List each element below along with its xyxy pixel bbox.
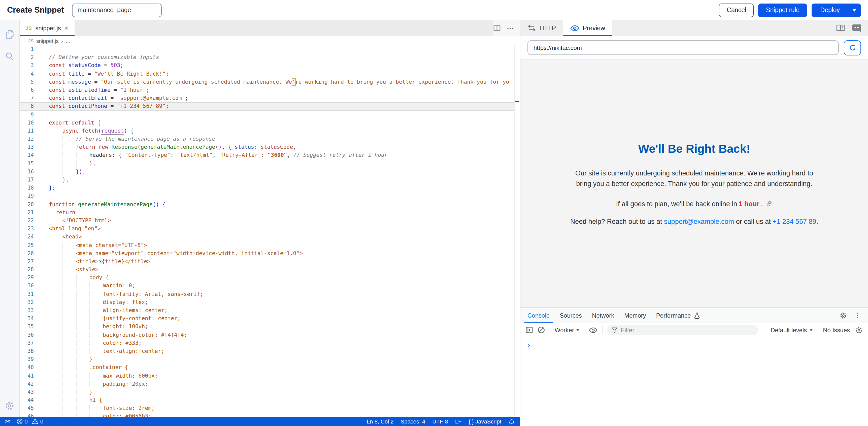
- code-line[interactable]: 20function generateMaintenancePage() {: [20, 200, 514, 208]
- code-line[interactable]: 43 }: [20, 388, 514, 396]
- code-line[interactable]: 34 justify-content: center;: [20, 315, 514, 323]
- tab-sources[interactable]: Sources: [555, 308, 587, 323]
- settings-gear-icon[interactable]: [3, 400, 16, 411]
- line-number: 11: [20, 127, 40, 135]
- console-prompt[interactable]: ›: [520, 337, 868, 349]
- code-line[interactable]: 4const title = "We'll Be Right Back!";: [20, 70, 514, 78]
- cancel-button[interactable]: Cancel: [719, 3, 754, 17]
- code-line[interactable]: 3const statusCode = 503;: [20, 62, 514, 70]
- code-line[interactable]: 46 color: #0056b3;: [20, 413, 514, 417]
- code-line[interactable]: 22 <!DOCTYPE html>: [20, 217, 514, 225]
- code-line[interactable]: 2// Define your customizable inputs: [20, 53, 514, 61]
- code-line[interactable]: 42 padding: 20px;: [20, 380, 514, 388]
- code-line[interactable]: 14 headers: { "Content-Type": "text/html…: [20, 151, 514, 160]
- cursor-position[interactable]: Ln 8, Col 2: [367, 419, 394, 425]
- indentation[interactable]: Spaces: 4: [401, 419, 425, 425]
- url-input[interactable]: [527, 40, 839, 55]
- code-line[interactable]: 10export default {: [20, 119, 514, 127]
- code-line[interactable]: 45 font-size: 2rem;: [20, 404, 514, 413]
- devtools-settings-icon[interactable]: [839, 311, 847, 319]
- filter-placeholder: Filter: [621, 326, 634, 334]
- line-number: 25: [20, 241, 40, 249]
- remote-indicator-icon[interactable]: ><: [5, 419, 9, 424]
- clear-console-icon[interactable]: [537, 326, 545, 334]
- code-line[interactable]: 31 font-family: Arial, sans-serif;: [20, 290, 514, 298]
- breadcrumb[interactable]: JS snippet.js › …: [20, 36, 520, 46]
- code-line[interactable]: 30 margin: 0;: [20, 282, 514, 290]
- code-line[interactable]: 35 height: 100vh;: [20, 323, 514, 331]
- problems-indicator[interactable]: 0 0: [17, 419, 43, 425]
- line-number: 26: [20, 249, 40, 257]
- search-icon[interactable]: [3, 50, 16, 62]
- code-line[interactable]: 36 background-color: #f4f4f4;: [20, 331, 514, 339]
- tab-http[interactable]: HTTP: [520, 20, 563, 36]
- code-line[interactable]: 13 return new Response(generateMaintenan…: [20, 143, 514, 151]
- code-line[interactable]: 6const estimatedTime = "1 hour";: [20, 86, 514, 94]
- code-line[interactable]: 23<html lang="en">: [20, 225, 514, 233]
- code-line[interactable]: 16 });: [20, 168, 514, 176]
- code-line[interactable]: 1: [20, 46, 514, 53]
- console-sidebar-toggle-icon[interactable]: [525, 326, 533, 334]
- code-line[interactable]: 39 }: [20, 356, 514, 364]
- tab-snippet-js[interactable]: JS snippet.js ×: [20, 20, 74, 36]
- tab-preview[interactable]: Preview: [563, 20, 612, 36]
- code-line[interactable]: 29 body {: [20, 274, 514, 282]
- code-line[interactable]: 24 <head>: [20, 233, 514, 241]
- code-line[interactable]: 19: [20, 192, 514, 200]
- files-icon[interactable]: [3, 27, 16, 39]
- code-line[interactable]: 8const contactPhone = "+1 234 567 89";: [20, 103, 514, 111]
- issues-counter[interactable]: No Issues: [823, 326, 850, 334]
- code-area[interactable]: 12// Define your customizable inputs3con…: [20, 46, 514, 417]
- snippet-name-input[interactable]: [72, 3, 162, 17]
- code-line[interactable]: 41 max-width: 600px;: [20, 372, 514, 380]
- log-levels-selector[interactable]: Default levels: [771, 326, 812, 334]
- discord-icon[interactable]: [852, 24, 862, 32]
- code-line[interactable]: 32 display: flex;: [20, 299, 514, 307]
- tab-memory[interactable]: Memory: [619, 308, 651, 323]
- breadcrumb-file: snippet.js: [36, 38, 59, 44]
- live-expression-eye-icon[interactable]: [589, 327, 598, 333]
- code-line[interactable]: 11 async fetch(request) {: [20, 127, 514, 135]
- code-line[interactable]: 27 <title>${title}</title>: [20, 258, 514, 266]
- line-number: 34: [20, 315, 40, 323]
- code-line[interactable]: 17 },: [20, 176, 514, 184]
- console-filter-input[interactable]: Filter: [607, 325, 758, 335]
- code-line[interactable]: 15 },: [20, 160, 514, 168]
- preview-viewport: We'll Be Right Back! Our site is current…: [520, 59, 868, 308]
- code-line[interactable]: 7const contactEmail = "support@example.c…: [20, 94, 514, 102]
- code-line[interactable]: 38 text-align: center;: [20, 347, 514, 356]
- language-mode[interactable]: { } JavaScript: [468, 419, 501, 425]
- editor-scrollbar[interactable]: [514, 46, 520, 417]
- console-settings-gear-icon[interactable]: [855, 326, 863, 334]
- more-actions-icon[interactable]: ⋯: [507, 24, 514, 32]
- split-editor-icon[interactable]: [493, 24, 501, 32]
- code-line[interactable]: 26 <meta name="viewport" content="width=…: [20, 249, 514, 257]
- email-link[interactable]: support@example.com: [664, 218, 734, 225]
- code-line[interactable]: 21 return `: [20, 209, 514, 217]
- code-line[interactable]: 44 h1 {: [20, 396, 514, 404]
- docs-book-icon[interactable]: [836, 24, 845, 32]
- tab-console[interactable]: Console: [522, 308, 555, 323]
- bell-icon[interactable]: [508, 418, 515, 425]
- code-line[interactable]: 28 <style>: [20, 266, 514, 274]
- code-line[interactable]: 40 .container {: [20, 364, 514, 372]
- context-selector[interactable]: Worker: [555, 326, 580, 334]
- snippet-rule-button[interactable]: Snippet rule: [758, 3, 807, 17]
- code-line[interactable]: 12 // Serve the maintenance page as a re…: [20, 135, 514, 143]
- kebab-menu-icon[interactable]: ⋮: [855, 312, 861, 319]
- code-line[interactable]: 5const message = "Our site is currently …: [20, 78, 514, 86]
- tab-network[interactable]: Network: [587, 308, 619, 323]
- deploy-dropdown-button[interactable]: [848, 9, 861, 11]
- eol-sequence[interactable]: LF: [455, 419, 462, 425]
- code-line[interactable]: 18};: [20, 184, 514, 192]
- code-line[interactable]: 9: [20, 111, 514, 119]
- line-number: 12: [20, 135, 40, 143]
- tab-performance[interactable]: Performance: [651, 308, 696, 323]
- code-line[interactable]: 33 align-items: center;: [20, 307, 514, 315]
- close-icon[interactable]: ×: [64, 25, 68, 31]
- code-line[interactable]: 37 color: #333;: [20, 339, 514, 347]
- code-line[interactable]: 25 <meta charset="UTF-8">: [20, 241, 514, 249]
- phone-link[interactable]: +1 234 567 89: [773, 218, 816, 225]
- reload-button[interactable]: [844, 40, 861, 55]
- encoding[interactable]: UTF-8: [432, 419, 448, 425]
